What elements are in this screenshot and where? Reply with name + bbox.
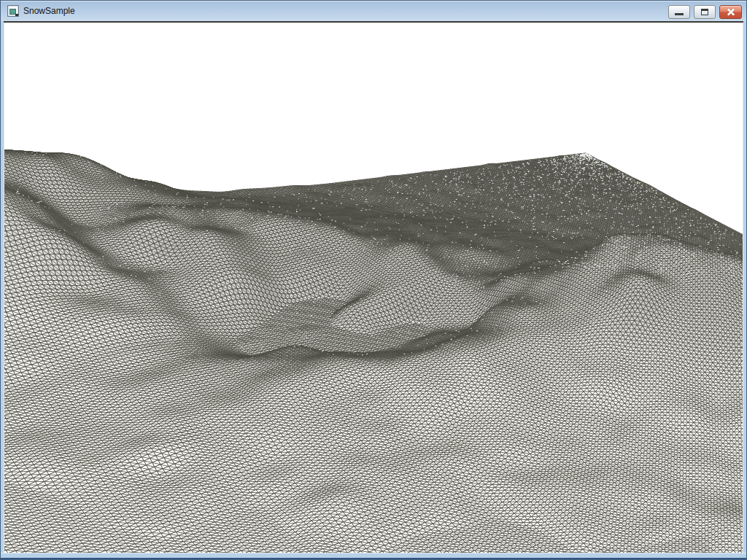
application-icon[interactable] xyxy=(7,5,19,17)
window-border-right[interactable] xyxy=(743,23,746,553)
terrain-viewport-canvas[interactable] xyxy=(4,23,743,553)
maximize-icon xyxy=(701,9,708,15)
window-controls xyxy=(668,5,742,19)
window-border-bottom[interactable] xyxy=(1,553,746,559)
titlebar[interactable]: SnowSample xyxy=(1,1,746,21)
close-icon xyxy=(726,7,736,17)
minimize-icon xyxy=(675,13,684,15)
maximize-button[interactable] xyxy=(694,5,716,19)
window-frame[interactable]: SnowSample xyxy=(0,0,747,560)
window-border-left[interactable] xyxy=(1,23,4,553)
window-title: SnowSample xyxy=(23,1,75,21)
client-area xyxy=(4,23,743,553)
close-button[interactable] xyxy=(719,5,742,19)
application-icon-glyph xyxy=(9,9,16,15)
minimize-button[interactable] xyxy=(668,5,690,19)
